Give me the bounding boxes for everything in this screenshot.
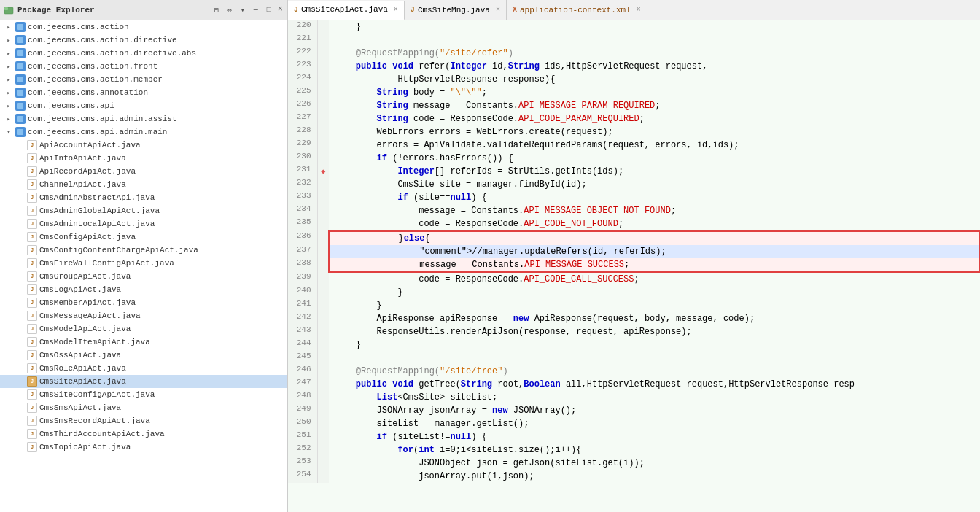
- tree-item-f20[interactable]: JCmsSiteConfigApiAct.java: [0, 388, 287, 401]
- line-code[interactable]: code = ResponseCode.API_CODE_CALL_SUCCES…: [329, 272, 979, 286]
- tab-close-button[interactable]: ×: [637, 6, 641, 14]
- tab-t2[interactable]: JCmsSiteMng.java×: [405, 0, 507, 20]
- line-code[interactable]: if (!errors.hasErrors()) {: [329, 152, 979, 165]
- package-icon: [15, 113, 26, 125]
- tree-item-p9[interactable]: ▾com.jeecms.cms.api.admin.main: [0, 125, 287, 139]
- line-code[interactable]: ApiResponse apiResponse = new ApiRespons…: [329, 312, 979, 325]
- tab-close-button[interactable]: ×: [496, 6, 500, 14]
- tree-item-p7[interactable]: ▸com.jeecms.cms.api: [0, 99, 287, 112]
- line-code[interactable]: HttpServletResponse response){: [329, 73, 979, 86]
- code-editor[interactable]: 220 }221222 @RequestMapping("/site/refer…: [288, 20, 980, 512]
- line-code[interactable]: if (site==null) {: [329, 191, 979, 204]
- tree-label: CmsMemberApiAct.java: [39, 298, 136, 307]
- tree-item-f21[interactable]: JCmsSmsApiAct.java: [0, 401, 287, 414]
- line-number: 253: [288, 457, 317, 470]
- tab-t3[interactable]: Xapplication-context.xml×: [507, 0, 648, 20]
- line-code[interactable]: siteList = manager.getList();: [329, 417, 979, 430]
- line-code[interactable]: ResponseUtils.renderApiJson(response, re…: [329, 325, 979, 338]
- tree-arrow: ▸: [3, 23, 15, 31]
- line-code[interactable]: List<CmsSite> siteList;: [329, 391, 979, 404]
- line-gutter: [317, 99, 329, 112]
- line-gutter: [317, 286, 329, 299]
- line-code[interactable]: Integer[] referIds = StrUtils.getInts(id…: [329, 165, 979, 178]
- line-code[interactable]: }: [329, 286, 979, 299]
- line-code[interactable]: }: [329, 338, 979, 352]
- tree-item-f3[interactable]: JApiRecordApiAct.java: [0, 165, 287, 178]
- tree-item-f23[interactable]: JCmsThirdAccountApiAct.java: [0, 427, 287, 441]
- line-number: 248: [288, 391, 317, 404]
- tree-item-p4[interactable]: ▸com.jeecms.cms.action.front: [0, 60, 287, 73]
- line-number: 226: [288, 99, 317, 112]
- line-code[interactable]: public void getTree(String root,Boolean …: [329, 378, 979, 391]
- tree-item-f16[interactable]: JCmsModelItemApiAct.java: [0, 335, 287, 349]
- tree-item-p1[interactable]: ▸com.jeecms.cms.action: [0, 20, 287, 34]
- maximize-button[interactable]: □: [263, 4, 275, 16]
- tree-item-f15[interactable]: JCmsModelApiAct.java: [0, 322, 287, 335]
- minimize-button[interactable]: —: [250, 4, 262, 16]
- line-gutter: [317, 365, 329, 378]
- line-code[interactable]: String body = "\"\"";: [329, 86, 979, 99]
- tree-item-p2[interactable]: ▸com.jeecms.cms.action.directive: [0, 34, 287, 47]
- tree-item-p5[interactable]: ▸com.jeecms.cms.action.member: [0, 73, 287, 86]
- package-tree[interactable]: ▸com.jeecms.cms.action▸com.jeecms.cms.ac…: [0, 20, 287, 512]
- line-code[interactable]: message = Constants.API_MESSAGE_OBJECT_N…: [329, 204, 979, 217]
- line-code[interactable]: for(int i=0;i<siteList.size();i++){: [329, 443, 979, 457]
- tree-item-p8[interactable]: ▸com.jeecms.cms.api.admin.assist: [0, 112, 287, 125]
- collapse-all-button[interactable]: ⊟: [211, 4, 222, 16]
- tab-close-button[interactable]: ×: [394, 6, 398, 14]
- line-code[interactable]: "comment">//manager.updateRefers(id, ref…: [329, 245, 979, 258]
- tree-item-p3[interactable]: ▸com.jeecms.cms.action.directive.abs: [0, 47, 287, 60]
- line-code[interactable]: WebErrors errors = WebErrors.create(requ…: [329, 125, 979, 139]
- tree-item-f14[interactable]: JCmsMessageApiAct.java: [0, 309, 287, 322]
- tree-item-f12[interactable]: JCmsLogApiAct.java: [0, 283, 287, 296]
- code-row-225: 225 String body = "\"\"";: [288, 86, 979, 99]
- line-code[interactable]: [329, 34, 979, 47]
- tree-item-f11[interactable]: JCmsGroupApiAct.java: [0, 270, 287, 283]
- line-code[interactable]: @RequestMapping("/site/refer"): [329, 47, 979, 60]
- link-with-editor-button[interactable]: ⇔: [224, 4, 236, 16]
- tree-item-f13[interactable]: JCmsMemberApiAct.java: [0, 296, 287, 309]
- java-file-icon: J: [26, 284, 38, 295]
- line-code[interactable]: jsonArray.put(i,json);: [329, 470, 979, 483]
- panel-menu-button[interactable]: ▾: [237, 4, 249, 16]
- tab-t1[interactable]: JCmsSiteApiAct.java×: [288, 1, 405, 20]
- tree-item-f10[interactable]: JCmsFireWallConfigApiAct.java: [0, 257, 287, 270]
- line-gutter: [317, 325, 329, 338]
- tree-item-f24[interactable]: JCmsTopicApiAct.java: [0, 441, 287, 454]
- line-code[interactable]: }: [329, 20, 979, 34]
- code-row-254: 254 jsonArray.put(i,json);: [288, 470, 979, 483]
- line-number: 247: [288, 378, 317, 391]
- line-code[interactable]: CmsSite site = manager.findById(id);: [329, 178, 979, 191]
- line-code[interactable]: }else{: [329, 231, 979, 245]
- tree-item-f8[interactable]: JCmsConfigApiAct.java: [0, 230, 287, 244]
- tree-item-p6[interactable]: ▸com.jeecms.cms.annotation: [0, 86, 287, 99]
- tree-item-f18[interactable]: JCmsRoleApiAct.java: [0, 362, 287, 375]
- line-code[interactable]: JSONArray jsonArray = new JSONArray();: [329, 404, 979, 417]
- line-code[interactable]: errors = ApiValidate.validateRequiredPar…: [329, 139, 979, 152]
- line-code[interactable]: code = ResponseCode.API_CODE_NOT_FOUND;: [329, 217, 979, 231]
- tree-item-f4[interactable]: JChannelApiAct.java: [0, 178, 287, 191]
- tree-item-f22[interactable]: JCmsSmsRecordApiAct.java: [0, 414, 287, 427]
- tree-item-f2[interactable]: JApiInfoApiAct.java: [0, 152, 287, 165]
- line-code[interactable]: if (siteList!=null) {: [329, 430, 979, 443]
- line-code[interactable]: String code = ResponseCode.API_CODE_PARA…: [329, 112, 979, 125]
- tree-item-f17[interactable]: JCmsOssApiAct.java: [0, 349, 287, 362]
- line-code[interactable]: }: [329, 299, 979, 312]
- tree-item-f1[interactable]: JApiAccountApiAct.java: [0, 139, 287, 152]
- close-panel-button[interactable]: ×: [276, 4, 284, 16]
- line-code[interactable]: [329, 352, 979, 365]
- code-row-231: 231◆ Integer[] referIds = StrUtils.getIn…: [288, 165, 979, 178]
- tree-item-f19[interactable]: JCmsSiteApiAct.java: [0, 375, 287, 388]
- tree-label: CmsAdminLocalApiAct.java: [39, 220, 155, 228]
- line-code[interactable]: message = Constants.API_MESSAGE_SUCCESS;: [329, 258, 979, 272]
- tree-item-f7[interactable]: JCmsAdminLocalApiAct.java: [0, 217, 287, 230]
- tree-label: CmsSmsApiAct.java: [39, 403, 121, 412]
- line-code[interactable]: String message = Constants.API_MESSAGE_P…: [329, 99, 979, 112]
- tree-item-f6[interactable]: JCmsAdminGlobalApiAct.java: [0, 204, 287, 217]
- line-code[interactable]: @RequestMapping("/site/tree"): [329, 365, 979, 378]
- line-code[interactable]: public void refer(Integer id,String ids,…: [329, 60, 979, 73]
- tree-item-f9[interactable]: JCmsConfigContentChargeApiAct.java: [0, 244, 287, 257]
- tree-item-f5[interactable]: JCmsAdminAbstractApi.java: [0, 191, 287, 204]
- line-code[interactable]: JSONObject json = getJson(siteList.get(i…: [329, 457, 979, 470]
- line-gutter: [317, 231, 329, 245]
